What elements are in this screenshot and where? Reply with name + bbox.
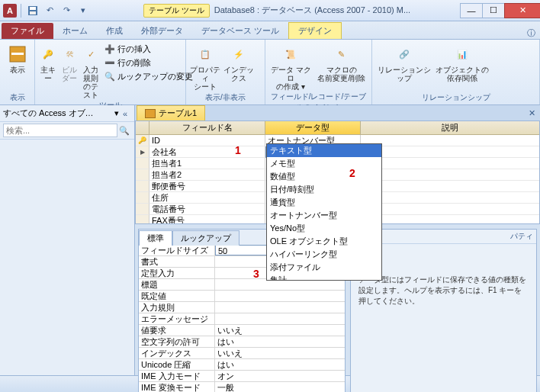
- relationships-button[interactable]: 🔗リレーションシップ: [375, 41, 433, 82]
- prop-tab-lookup[interactable]: ルックアップ: [172, 230, 239, 246]
- tab-design[interactable]: デザイン: [288, 22, 342, 39]
- col-datatype[interactable]: データ型: [265, 121, 361, 134]
- datatype-dropdown[interactable]: テキスト型メモ型数値型日付/時刻型通貨型オートナンバー型Yes/No型OLE オ…: [266, 143, 382, 281]
- datatype-option[interactable]: メモ型: [267, 157, 381, 170]
- datatype-option[interactable]: OLE オブジェクト型: [267, 235, 381, 248]
- primary-key-button[interactable]: 🔑主キー: [38, 41, 58, 82]
- builder-button[interactable]: 🛠ビルダー: [59, 41, 79, 82]
- maximize-button[interactable]: ☐: [482, 3, 505, 18]
- indexes-button[interactable]: ⚡インデックス: [223, 41, 255, 82]
- col-fieldname[interactable]: フィールド名: [149, 121, 265, 134]
- modify-lookups-button[interactable]: 🔍ルックアップの変更: [102, 70, 195, 83]
- svg-rect-1: [30, 7, 36, 10]
- svg-rect-4: [11, 53, 24, 55]
- datatype-option[interactable]: オートナンバー型: [267, 209, 381, 222]
- group-showhide-label: 表示/非表示: [189, 92, 262, 104]
- group-view-label: 表示: [3, 92, 31, 104]
- property-row[interactable]: IME 入力モードオン: [139, 371, 345, 382]
- minimize-button[interactable]: —: [460, 3, 483, 18]
- datatype-option[interactable]: 日付/時刻型: [267, 183, 381, 196]
- tab-dbtools[interactable]: データベース ツール: [192, 23, 288, 39]
- datatype-option[interactable]: ハイパーリンク型: [267, 248, 381, 261]
- validation-button[interactable]: ✓入力規則 のテスト: [81, 41, 101, 99]
- property-row[interactable]: 値要求いいえ: [139, 325, 345, 336]
- search-icon[interactable]: 🔍: [117, 126, 131, 136]
- property-row[interactable]: 標題: [139, 279, 345, 291]
- nav-search-input[interactable]: [3, 124, 117, 137]
- nav-collapse-icon[interactable]: «: [119, 109, 131, 118]
- datatype-option[interactable]: テキスト型: [267, 144, 381, 157]
- tab-create[interactable]: 作成: [97, 23, 132, 39]
- qat-more-icon[interactable]: ▾: [76, 3, 91, 18]
- group-rel-label: リレーションシップ: [375, 92, 536, 104]
- property-row[interactable]: Unicode 圧縮はい: [139, 359, 345, 371]
- datatype-option[interactable]: 通貨型: [267, 196, 381, 209]
- object-dependencies-button[interactable]: 📊オブジェクトの 依存関係: [435, 41, 490, 82]
- col-description[interactable]: 説明: [361, 121, 539, 134]
- nav-title[interactable]: すべての Access オブ…: [3, 108, 114, 119]
- save-icon[interactable]: [25, 3, 40, 18]
- rename-macro-button[interactable]: ✎マクロの 名前変更/削除: [315, 41, 368, 82]
- datatype-option[interactable]: 集計: [267, 274, 381, 281]
- app-icon: A: [3, 4, 17, 18]
- datatype-option[interactable]: Yes/No型: [267, 222, 381, 235]
- delete-rows-button[interactable]: ➖行の削除: [102, 56, 195, 69]
- tab-file[interactable]: ファイル: [2, 23, 53, 39]
- tab-external[interactable]: 外部データ: [132, 23, 192, 39]
- close-button[interactable]: ✕: [504, 3, 540, 18]
- help-icon[interactable]: ⓘ: [527, 27, 540, 39]
- datatype-option[interactable]: 数値型: [267, 170, 381, 183]
- document-tab[interactable]: テーブル1: [137, 105, 205, 120]
- property-row[interactable]: エラーメッセージ: [139, 313, 345, 325]
- property-row[interactable]: 入力規則: [139, 302, 345, 313]
- window-title: Database8 : データベース (Access 2007 - 2010) …: [214, 5, 410, 16]
- prop-tab-general[interactable]: 標準: [139, 230, 172, 246]
- document-close-icon[interactable]: ✕: [525, 106, 538, 120]
- context-tab-label: テーブル ツール: [143, 4, 210, 18]
- tab-home[interactable]: ホーム: [53, 23, 97, 39]
- undo-icon[interactable]: ↶: [42, 3, 57, 18]
- redo-icon[interactable]: ↷: [59, 3, 74, 18]
- property-sheet-button[interactable]: 📋プロパティ シート: [189, 41, 221, 91]
- property-row[interactable]: インデックスいいえ: [139, 348, 345, 359]
- svg-rect-2: [30, 11, 36, 14]
- view-button[interactable]: 表示: [3, 41, 31, 74]
- datatype-option[interactable]: 添付ファイル: [267, 261, 381, 274]
- property-row[interactable]: 空文字列の許可はい: [139, 336, 345, 348]
- property-row[interactable]: IME 変換モード一般: [139, 382, 345, 392]
- table-icon: [145, 109, 156, 118]
- insert-rows-button[interactable]: ➕行の挿入: [102, 43, 195, 56]
- data-macro-button[interactable]: 📜データ マクロ の作成 ▾: [268, 41, 313, 91]
- property-row[interactable]: 既定値: [139, 291, 345, 302]
